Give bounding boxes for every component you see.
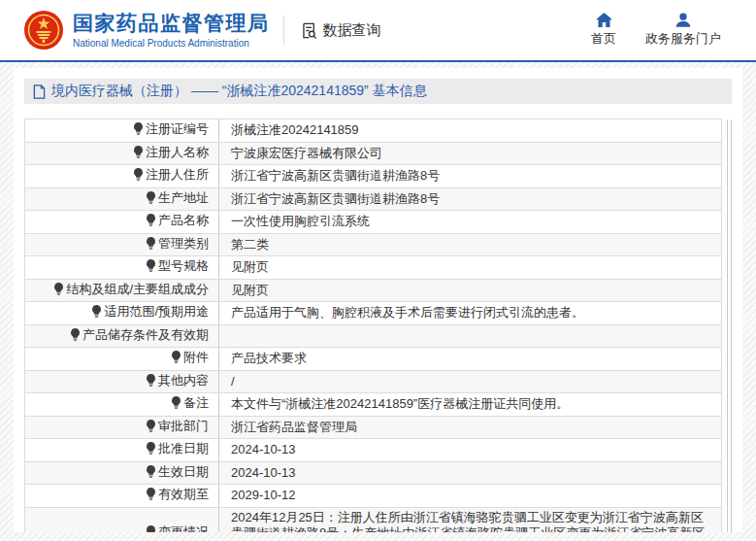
bulb-icon [171, 396, 181, 414]
table-row: 生产地址 浙江省宁波高新区贵驷街道耕渔路8号 [25, 187, 722, 211]
table-row: 结构及组成/主要组成成分 见附页 [25, 279, 722, 302]
site-title: 国家药品监督管理局 [73, 12, 270, 34]
row-label: 注册证编号 [25, 119, 219, 143]
bulb-icon [146, 259, 156, 277]
table-row: 审批部门 浙江省药品监督管理局 [25, 416, 722, 439]
header-nav: 首页 政务服务门户 [591, 13, 721, 48]
site-title-block: 国家药品监督管理局 National Medical Products Admi… [73, 12, 270, 48]
bulb-icon [146, 420, 156, 437]
nav-item-portal[interactable]: 政务服务门户 [645, 13, 721, 48]
table-row: 产品名称 一次性使用胸腔引流系统 [25, 211, 722, 234]
row-value-text: 2024-10-13 [231, 442, 296, 456]
row-value-text: 浙械注准20242141859 [231, 122, 359, 137]
row-label: 有效期至 [25, 485, 219, 508]
table-row: 注册人名称 宁波康宏医疗器械有限公司 [25, 142, 722, 165]
bulb-icon [133, 146, 144, 163]
row-value-text: 浙江省宁波高新区贵驷街道耕渔路8号 [231, 191, 440, 206]
table-row: 有效期至 2029-10-12 [25, 485, 722, 508]
row-label: 生效日期 [25, 461, 219, 485]
row-value: / [219, 370, 722, 393]
bulb-icon [146, 465, 156, 483]
row-label: 附件 [25, 348, 219, 371]
table-row: 注册人住所 浙江省宁波高新区贵驷街道耕渔路8号 [25, 165, 722, 188]
table-row: 附件 产品技术要求 [25, 348, 722, 371]
row-label: 其他内容 [25, 370, 219, 393]
national-emblem-icon [24, 11, 63, 50]
row-label: 型号规格 [25, 256, 219, 280]
bulb-icon [146, 442, 156, 459]
nav-item-label: 首页 [591, 30, 616, 48]
row-value [219, 324, 722, 348]
row-label-text: 备注 [183, 395, 209, 410]
row-value-text: 见附页 [231, 259, 269, 274]
row-label-text: 有效期至 [158, 487, 209, 501]
bulb-icon [146, 191, 156, 209]
document-search-icon [300, 21, 318, 40]
row-value: 本文件与“浙械注准20242141859”医疗器械注册证共同使用。 [219, 393, 722, 417]
bulb-icon [146, 488, 156, 505]
row-label: 注册人住所 [25, 165, 219, 188]
file-icon [33, 85, 46, 99]
row-value-text: 见附页 [231, 283, 269, 297]
row-value-text: 2024年12月25日：注册人住所由浙江省镇海骆驼贵驷工业区变更为浙江省宁波高新… [231, 510, 705, 533]
row-value: 浙江省宁波高新区贵驷街道耕渔路8号 [219, 165, 722, 188]
table-row: 其他内容 / [25, 370, 722, 393]
row-label-text: 产品名称 [158, 213, 209, 227]
row-label: 生产地址 [25, 187, 219, 211]
table-row: 生效日期 2024-10-13 [25, 461, 722, 485]
row-label: 批准日期 [25, 439, 219, 462]
data-query-link[interactable]: 数据查询 [300, 21, 381, 40]
content-card: 境内医疗器械（注册） —— “浙械注准20242141859” 基本信息 注册证… [14, 68, 742, 532]
home-icon [596, 13, 612, 27]
table-row: 产品储存条件及有效期 [25, 324, 722, 348]
site-subtitle: National Medical Products Administration [73, 38, 270, 49]
row-label-text: 生效日期 [158, 464, 209, 479]
bulb-icon [146, 214, 156, 231]
table-row: 型号规格 见附页 [25, 256, 722, 280]
row-value: 2029-10-12 [219, 485, 722, 508]
row-label-text: 注册人名称 [146, 145, 209, 159]
row-value-text: 一次性使用胸腔引流系统 [231, 214, 370, 228]
bulb-icon [133, 122, 144, 140]
bulb-icon [91, 305, 102, 322]
bulb-icon [133, 168, 144, 186]
registration-info-table: 注册证编号 浙械注准20242141859 注册人名称 宁波康宏医疗器械有限公司… [24, 118, 722, 532]
header-divider [283, 16, 284, 45]
row-label-text: 审批部门 [158, 419, 209, 433]
row-label-text: 结构及组成/主要组成成分 [66, 282, 209, 296]
table-row: 适用范围/预期用途 产品适用于气胸、胸腔积液及手术后需要进行闭式引流的患者。 [25, 302, 722, 325]
bulb-icon [171, 351, 181, 368]
row-value-text: 产品适用于气胸、胸腔积液及手术后需要进行闭式引流的患者。 [231, 305, 584, 320]
nav-item-home[interactable]: 首页 [591, 13, 616, 48]
site-header: 国家药品监督管理局 National Medical Products Admi… [0, 0, 756, 62]
row-value: 见附页 [219, 279, 722, 302]
row-value-text: 2029-10-12 [231, 488, 296, 502]
row-label-text: 管理类别 [158, 236, 209, 251]
row-value: 2024年12月25日：注册人住所由浙江省镇海骆驼贵驷工业区变更为浙江省宁波高新… [219, 507, 722, 532]
breadcrumb: 境内医疗器械（注册） —— “浙械注准20242141859” 基本信息 [24, 79, 732, 104]
breadcrumb-text: 境内医疗器械（注册） —— “浙械注准20242141859” 基本信息 [51, 83, 427, 100]
data-query-label: 数据查询 [323, 21, 381, 40]
bulb-icon [146, 374, 156, 391]
row-value: 产品适用于气胸、胸腔积液及手术后需要进行闭式引流的患者。 [219, 302, 722, 325]
row-value: 第二类 [219, 233, 722, 256]
table-row: 管理类别 第二类 [25, 233, 722, 256]
row-value-text: / [231, 374, 235, 389]
row-label: 注册人名称 [25, 142, 219, 165]
row-value-text: 本文件与“浙械注准20242141859”医疗器械注册证共同使用。 [231, 396, 569, 411]
bulb-icon [53, 283, 64, 300]
row-label-text: 型号规格 [158, 258, 209, 273]
row-value-text: 宁波康宏医疗器械有限公司 [231, 146, 382, 160]
row-value-text: 浙江省宁波高新区贵驷街道耕渔路8号 [231, 168, 440, 183]
row-label: 产品储存条件及有效期 [25, 324, 219, 348]
row-value: 宁波康宏医疗器械有限公司 [219, 142, 722, 165]
row-label-text: 批准日期 [158, 441, 209, 456]
row-value-text: 产品技术要求 [231, 351, 307, 365]
row-value-text: 浙江省药品监督管理局 [231, 420, 357, 434]
row-value: 浙江省宁波高新区贵驷街道耕渔路8号 [219, 187, 722, 211]
nav-item-label: 政务服务门户 [645, 30, 721, 48]
row-label-text: 附件 [183, 350, 209, 364]
row-label-text: 其他内容 [158, 373, 209, 388]
row-label-text: 注册人住所 [146, 167, 209, 182]
row-label: 备注 [25, 393, 219, 417]
